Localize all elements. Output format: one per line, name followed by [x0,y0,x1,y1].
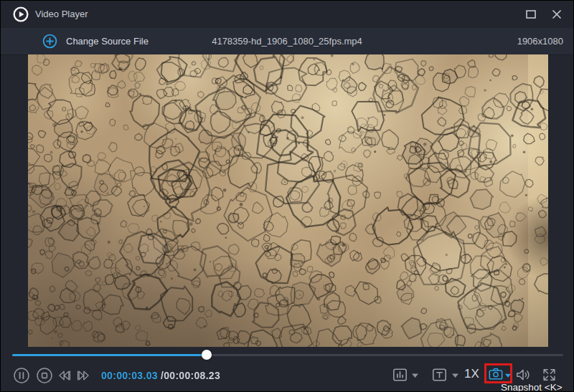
video-player-window: Video Player Change Source File 4178359-… [0,0,574,392]
chevron-down-icon [451,373,459,378]
volume-button[interactable] [514,367,532,383]
chevron-down-icon [411,373,419,378]
change-source-button[interactable]: Change Source File [42,34,149,49]
maximize-button[interactable] [520,5,542,24]
chevron-down-icon [504,373,512,378]
step-forward-icon [76,368,90,383]
volume-icon [514,367,532,383]
stop-button[interactable] [37,368,52,383]
time-current: 00:00:03.03 [101,370,158,381]
snapshot-dropdown[interactable] [504,373,512,378]
step-backward-button[interactable] [57,368,72,383]
fullscreen-button[interactable] [541,367,557,383]
title-bar: Video Player [1,1,573,29]
snapshot-button[interactable] [488,366,504,381]
play-logo-icon [13,6,29,22]
pause-button[interactable] [14,368,29,383]
source-bar: Change Source File 4178359-hd_1906_1080_… [1,28,573,55]
change-source-label: Change Source File [66,36,149,47]
video-frame [28,54,548,347]
subtitle-icon [431,367,448,383]
fullscreen-icon [541,367,557,383]
pause-icon [14,368,29,383]
subtitle-button[interactable] [431,367,448,383]
subtitle-dropdown[interactable] [451,373,459,378]
time-total: 00:00:08.23 [164,370,220,381]
add-circle-icon [42,34,57,49]
window-title: Video Player [35,9,88,19]
resolution-label: 1906x1080 [517,36,563,47]
snapshot-tooltip: Snapshot <K> [501,382,563,392]
time-separator: / [158,370,164,381]
time-display: 00:00:03.03 /00:00:08.23 [101,370,220,381]
audio-track-dropdown[interactable] [411,373,419,378]
close-icon [552,9,562,19]
snapshot-camera-icon [488,366,504,381]
playback-speed-button[interactable]: 1X [464,367,479,381]
seek-fill [12,354,207,356]
audio-track-button[interactable] [392,367,408,383]
close-button[interactable] [546,5,568,24]
audio-track-icon [392,367,408,383]
step-forward-button[interactable] [76,368,90,383]
step-backward-icon [57,368,72,383]
maximize-icon [527,11,535,18]
stop-icon [37,368,52,383]
seek-handle[interactable] [202,350,212,360]
seek-bar[interactable] [12,350,563,360]
filename-label: 4178359-hd_1906_1080_25fps.mp4 [212,36,362,47]
video-area[interactable] [28,54,548,347]
